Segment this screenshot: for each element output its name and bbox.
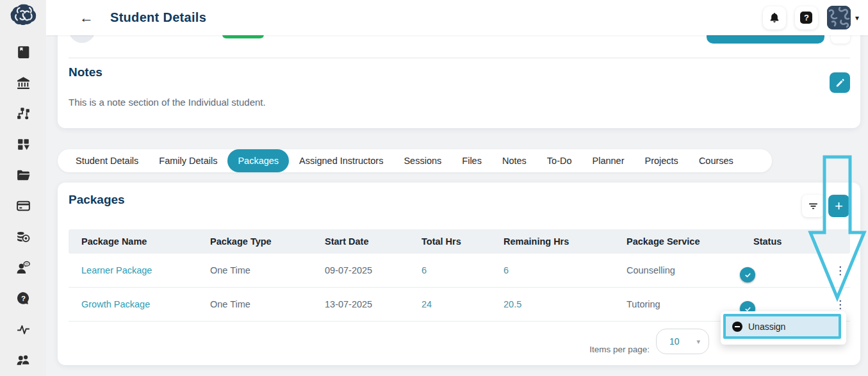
sidebar-item-flowchart[interactable] xyxy=(15,105,32,122)
primary-action-button[interactable] xyxy=(707,35,824,44)
table-header-row: Package Name Package Type Start Date Tot… xyxy=(69,229,850,254)
col-total-hrs: Total Hrs xyxy=(422,236,504,247)
student-avatar xyxy=(69,35,95,43)
col-package-service: Package Service xyxy=(626,236,753,247)
notes-heading: Notes xyxy=(69,65,102,79)
pencil-icon xyxy=(835,78,846,88)
unassign-menu-item[interactable]: Unassign xyxy=(723,314,841,339)
sidebar-item-activity[interactable] xyxy=(15,320,32,338)
notes-text: This is a note section of the Individual… xyxy=(69,97,266,108)
col-package-name: Package Name xyxy=(81,236,210,247)
help-button[interactable]: ? xyxy=(795,6,818,29)
row-menu-kebab-icon[interactable]: ⋮ xyxy=(835,265,850,276)
sidebar-item-people[interactable] xyxy=(15,351,32,368)
help-icon: ? xyxy=(800,12,812,24)
tab-notes[interactable]: Notes xyxy=(492,149,537,172)
top-header: ← Student Details ? ▾ xyxy=(46,0,868,35)
secondary-action-button[interactable] xyxy=(831,35,850,44)
sidebar-item-help-chat[interactable]: ? xyxy=(15,290,32,307)
check-icon xyxy=(740,267,755,282)
detail-tabs: Student Details Family Details Packages … xyxy=(58,149,772,172)
student-profile-card: Notes This is a note section of the Indi… xyxy=(58,35,860,128)
edit-notes-button[interactable] xyxy=(830,72,850,93)
package-type-cell: One Time xyxy=(210,265,325,275)
people-icon xyxy=(15,352,31,368)
sidebar-item-widgets[interactable] xyxy=(15,136,32,153)
institution-icon xyxy=(15,75,31,91)
page-size-value: 10 xyxy=(669,336,680,347)
tab-planner[interactable]: Planner xyxy=(582,149,635,172)
page-title: Student Details xyxy=(110,10,206,25)
row-context-menu: Unassign xyxy=(721,311,846,345)
sidebar-item-institution[interactable] xyxy=(15,74,32,92)
user-avatar[interactable] xyxy=(827,6,851,29)
chevron-down-icon: ▾ xyxy=(696,338,700,346)
minus-circle-icon xyxy=(732,322,742,332)
filter-icon xyxy=(807,200,819,212)
items-per-page-label: Items per page: xyxy=(553,345,650,354)
svg-text:?: ? xyxy=(21,295,26,302)
back-arrow-icon[interactable]: ← xyxy=(79,11,94,25)
col-package-type: Package Type xyxy=(210,236,325,247)
flowchart-icon xyxy=(15,106,31,122)
total-hrs-cell: 24 xyxy=(422,299,504,309)
package-name-link[interactable]: Learner Package xyxy=(81,265,210,275)
sidebar-item-folder[interactable] xyxy=(15,167,32,184)
col-remaining-hrs: Remaining Hrs xyxy=(504,236,626,247)
status-badge xyxy=(222,35,264,38)
payment-card-icon xyxy=(15,198,31,214)
tab-projects[interactable]: Projects xyxy=(634,149,688,172)
folder-icon xyxy=(15,167,31,183)
start-date-cell: 09-07-2025 xyxy=(325,265,422,275)
package-service-cell: Tutoring xyxy=(626,299,753,309)
table-row: Learner Package One Time 09-07-2025 6 6 … xyxy=(69,254,850,288)
tab-files[interactable]: Files xyxy=(452,149,492,172)
sidebar-item-payment-card[interactable] xyxy=(15,197,32,215)
chevron-down-icon[interactable]: ▾ xyxy=(855,13,859,22)
divider xyxy=(69,58,850,58)
tab-courses[interactable]: Courses xyxy=(689,149,744,172)
notifications-button[interactable] xyxy=(763,6,786,29)
sidebar-item-person-chat[interactable] xyxy=(15,259,32,276)
bell-icon xyxy=(767,11,782,25)
person-chat-icon xyxy=(15,259,31,275)
journal-icon xyxy=(15,44,31,60)
package-name-link[interactable]: Growth Package xyxy=(81,299,210,309)
widgets-icon xyxy=(15,136,31,152)
sidebar-item-journal[interactable] xyxy=(15,44,32,61)
packages-table: Package Name Package Type Start Date Tot… xyxy=(69,229,850,322)
unassign-label: Unassign xyxy=(748,322,785,332)
row-menu-kebab-icon[interactable]: ⋮ xyxy=(835,299,850,310)
tab-packages[interactable]: Packages xyxy=(227,149,289,172)
filter-button[interactable] xyxy=(802,195,824,217)
page-size-select[interactable]: 10 ▾ xyxy=(656,329,709,354)
remaining-hrs-cell: 20.5 xyxy=(504,299,626,309)
package-service-cell: Counselling xyxy=(626,265,753,275)
help-chat-icon: ? xyxy=(15,290,31,306)
activity-icon xyxy=(15,321,31,337)
tab-assigned-instructors[interactable]: Assigned Instructors xyxy=(289,149,393,172)
col-status: Status xyxy=(753,236,835,247)
remaining-hrs-cell: 6 xyxy=(504,265,626,275)
package-type-cell: One Time xyxy=(210,299,325,309)
add-package-button[interactable]: + xyxy=(828,195,849,217)
packages-heading: Packages xyxy=(69,193,125,207)
tab-todo[interactable]: To-Do xyxy=(537,149,582,172)
total-hrs-cell: 6 xyxy=(422,265,504,275)
col-start-date: Start Date xyxy=(325,236,422,247)
sidebar-item-finance[interactable] xyxy=(15,228,32,245)
tab-sessions[interactable]: Sessions xyxy=(393,149,452,172)
finance-icon xyxy=(15,229,31,245)
tab-student-details[interactable]: Student Details xyxy=(65,149,149,172)
brain-logo[interactable] xyxy=(8,2,38,30)
sidebar: ? xyxy=(0,0,46,376)
tab-family-details[interactable]: Family Details xyxy=(149,149,227,172)
start-date-cell: 13-07-2025 xyxy=(325,299,422,309)
